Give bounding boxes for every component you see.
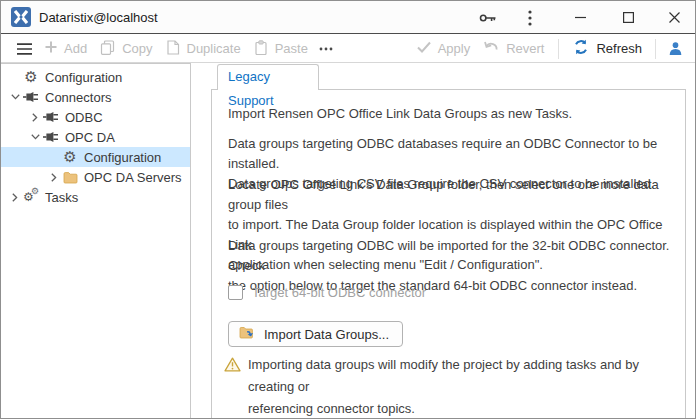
- more-options-icon[interactable]: [319, 47, 333, 51]
- chevron-placeholder: [7, 69, 23, 85]
- gear-icon: ⚙: [62, 149, 78, 165]
- maximize-button[interactable]: [605, 1, 651, 34]
- paste-icon: [254, 40, 268, 58]
- revert-label: Revert: [506, 41, 544, 56]
- toolbar: Add Copy Duplicate: [1, 35, 695, 63]
- plug-icon: [43, 109, 59, 125]
- apply-button[interactable]: Apply: [417, 41, 471, 56]
- plug-icon: [23, 89, 39, 105]
- import-data-groups-button[interactable]: Import Data Groups...: [228, 321, 403, 347]
- user-account-icon[interactable]: [668, 41, 683, 56]
- tree-item-odbc[interactable]: ODBC: [1, 107, 190, 127]
- tab-label: Legacy Support: [228, 69, 274, 108]
- gears-icon: ⚙⚙: [23, 189, 39, 205]
- duplicate-icon: [166, 40, 180, 58]
- tree-item-label: OPC DA Servers: [84, 170, 182, 185]
- warning-text: Importing data groups will modify the pr…: [248, 354, 685, 419]
- chevron-right-icon[interactable]: [7, 189, 23, 205]
- toolbar-separator: [558, 39, 559, 59]
- refresh-label: Refresh: [596, 41, 642, 56]
- legacy-support-panel: Import Rensen OPC Office Link Data Group…: [211, 89, 686, 419]
- tree-item-opc-da-servers[interactable]: OPC DA Servers: [1, 167, 190, 187]
- hamburger-menu-icon[interactable]: [17, 43, 32, 55]
- check-icon: [417, 41, 431, 56]
- refresh-icon: [573, 39, 589, 58]
- plug-icon: [43, 129, 59, 145]
- chevron-placeholder: [46, 149, 62, 165]
- app-logo-icon: [11, 7, 31, 27]
- key-icon[interactable]: [471, 1, 505, 34]
- import-button-label: Import Data Groups...: [264, 327, 389, 342]
- copy-label: Copy: [122, 41, 152, 56]
- import-folder-icon: [239, 326, 256, 343]
- copy-button[interactable]: Copy: [100, 40, 152, 58]
- title-bar: Dataristix@localhost: [1, 1, 695, 34]
- add-label: Add: [64, 41, 87, 56]
- toolbar-separator-2: [655, 39, 656, 59]
- tree-item-opcda-configuration[interactable]: ⚙ Configuration: [1, 147, 190, 167]
- target-64bit-checkbox-row: Target 64-bit ODBC connector: [228, 285, 426, 300]
- app-window: Dataristix@localhost: [0, 0, 696, 419]
- chevron-down-icon[interactable]: [7, 89, 23, 105]
- copy-icon: [100, 40, 115, 58]
- tree-item-label: Configuration: [45, 70, 122, 85]
- apply-label: Apply: [438, 41, 471, 56]
- refresh-button[interactable]: Refresh: [573, 39, 642, 58]
- folder-icon: [62, 169, 78, 185]
- kebab-menu-icon[interactable]: [513, 1, 547, 34]
- tree-item-label: Configuration: [84, 150, 161, 165]
- tree-item-connectors[interactable]: Connectors: [1, 87, 190, 107]
- tree-item-label: OPC DA: [65, 130, 115, 145]
- duplicate-button[interactable]: Duplicate: [166, 40, 241, 58]
- checkbox-label: Target 64-bit ODBC connector: [252, 285, 426, 300]
- intro-paragraph: Import Rensen OPC Office Link Data Group…: [228, 104, 572, 124]
- checkbox[interactable]: [228, 285, 243, 300]
- tree-item-opc-da[interactable]: OPC DA: [1, 127, 190, 147]
- tab-legacy-support[interactable]: Legacy Support: [217, 64, 319, 90]
- chevron-right-icon[interactable]: [46, 169, 62, 185]
- navigation-tree: ⚙ Configuration Connectors: [1, 63, 191, 419]
- tree-item-label: Tasks: [45, 190, 78, 205]
- undo-arrow-icon: [484, 41, 499, 57]
- chevron-down-icon[interactable]: [27, 129, 43, 145]
- plus-icon: [45, 41, 57, 56]
- chevron-right-icon[interactable]: [27, 109, 43, 125]
- warning-note: Importing data groups will modify the pr…: [224, 354, 685, 419]
- paste-label: Paste: [275, 41, 308, 56]
- tree-item-tasks[interactable]: ⚙⚙ Tasks: [1, 187, 190, 207]
- revert-button[interactable]: Revert: [484, 41, 544, 57]
- warning-icon: [224, 357, 241, 419]
- add-button[interactable]: Add: [45, 41, 87, 56]
- duplicate-label: Duplicate: [187, 41, 241, 56]
- tree-item-label: ODBC: [65, 110, 103, 125]
- gear-icon: ⚙: [23, 69, 39, 85]
- paste-button[interactable]: Paste: [254, 40, 308, 58]
- tree-item-configuration[interactable]: ⚙ Configuration: [1, 67, 190, 87]
- tree-item-label: Connectors: [45, 90, 111, 105]
- close-button[interactable]: [651, 1, 696, 34]
- minimize-button[interactable]: [557, 1, 603, 34]
- window-title: Dataristix@localhost: [39, 10, 158, 25]
